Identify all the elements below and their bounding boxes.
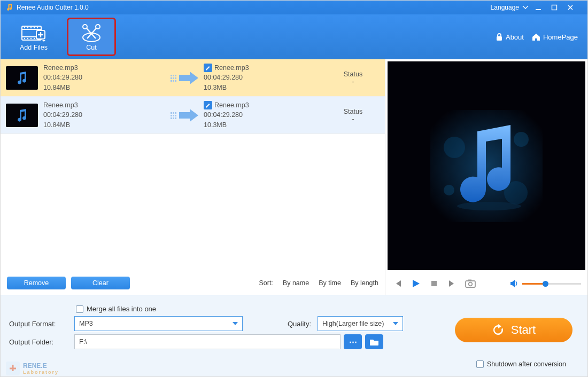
minimize-button[interactable] (535, 4, 551, 11)
arrow-icon (166, 70, 204, 85)
home-icon (531, 33, 541, 41)
svg-rect-25 (173, 77, 174, 79)
out-duration: 00:04:29.280 (204, 110, 327, 120)
file-list: Renee.mp3 00:04:29.280 10.84MB R (1, 59, 385, 271)
out-size: 10.3MB (204, 120, 327, 130)
edit-icon[interactable] (204, 64, 212, 72)
svg-rect-26 (175, 77, 176, 79)
start-button[interactable]: Start (455, 318, 572, 342)
play-button[interactable] (410, 278, 422, 289)
homepage-link[interactable]: HomePage (531, 33, 578, 41)
svg-point-18 (96, 25, 100, 29)
media-controls (385, 272, 587, 295)
maximize-button[interactable] (551, 4, 567, 11)
file-thumb (6, 104, 38, 127)
svg-point-9 (37, 27, 38, 28)
status-label: Status (327, 70, 380, 78)
sort-by-time[interactable]: By time (319, 279, 341, 287)
open-folder-button[interactable] (365, 334, 383, 349)
arrow-icon (166, 108, 204, 123)
svg-rect-37 (171, 117, 172, 119)
edit-icon[interactable] (204, 101, 212, 109)
cut-button[interactable]: Cut (67, 18, 116, 56)
volume-icon[interactable] (509, 279, 519, 288)
prev-button[interactable] (392, 278, 404, 289)
output-format-label: Output Format: (9, 320, 68, 328)
out-duration: 00:04:29.280 (204, 73, 327, 82)
svg-point-50 (469, 282, 473, 286)
svg-point-42 (444, 137, 465, 158)
sort-by-name[interactable]: By name (283, 279, 309, 287)
quality-label: Quality: (288, 320, 311, 328)
quality-select[interactable]: High(Larger file size) (318, 316, 403, 331)
about-link[interactable]: About (495, 33, 524, 41)
remove-button[interactable]: Remove (7, 277, 66, 289)
svg-rect-35 (173, 115, 174, 116)
sort-by-length[interactable]: By length (351, 279, 378, 287)
add-files-button[interactable]: Add Files (9, 18, 58, 56)
clear-button[interactable]: Clear (71, 277, 130, 289)
output-panel: Merge all files into one Output Format: … (1, 295, 587, 377)
file-row[interactable]: Renee.mp3 00:04:29.280 10.84MB R (1, 59, 385, 97)
svg-rect-24 (171, 77, 172, 79)
snapshot-button[interactable] (465, 278, 476, 289)
svg-rect-32 (173, 112, 174, 114)
close-button[interactable] (567, 4, 583, 11)
src-name: Renee.mp3 (43, 63, 166, 73)
toolbar-links: About HomePage (495, 14, 583, 59)
app-title: Renee Audio Cutter 1.0.0 (17, 4, 89, 11)
out-name: Renee.mp3 (214, 100, 249, 110)
brand-watermark: RENE.E Laboratory (6, 362, 59, 375)
volume-slider[interactable] (522, 283, 581, 285)
svg-rect-49 (468, 280, 471, 281)
svg-point-7 (30, 27, 32, 28)
lock-icon (495, 33, 504, 41)
output-folder-label: Output Folder: (9, 338, 68, 346)
svg-rect-0 (536, 9, 541, 10)
svg-point-17 (83, 25, 87, 29)
svg-rect-20 (497, 36, 502, 41)
scissors-icon (80, 22, 103, 44)
music-note-icon (430, 110, 543, 222)
status-label: Status (327, 108, 380, 115)
refresh-icon (492, 324, 505, 336)
film-add-icon (21, 22, 47, 44)
output-format-select[interactable]: MP3 (74, 316, 243, 331)
main-toolbar: Add Files Cut About HomePage (1, 14, 587, 59)
svg-point-10 (24, 38, 25, 39)
svg-rect-33 (175, 112, 176, 114)
svg-point-19 (90, 32, 92, 34)
shutdown-checkbox[interactable]: Shutdown after conversion (476, 360, 566, 368)
merge-checkbox[interactable]: Merge all files into one (76, 305, 156, 313)
title-bar: Renee Audio Cutter 1.0.0 Language (1, 1, 587, 14)
status-value: - (327, 78, 380, 85)
next-button[interactable] (446, 278, 458, 289)
stop-button[interactable] (428, 278, 440, 289)
out-size: 10.3MB (204, 83, 327, 92)
svg-point-11 (27, 38, 28, 39)
svg-point-6 (27, 27, 28, 28)
svg-rect-39 (175, 117, 176, 119)
file-thumb (6, 66, 38, 90)
language-dropdown[interactable]: Language (484, 4, 535, 11)
chevron-down-icon (393, 322, 398, 325)
browse-button[interactable]: ⋯ (344, 334, 362, 349)
svg-rect-23 (175, 75, 176, 76)
app-icon (5, 3, 13, 12)
output-folder-input[interactable] (74, 334, 341, 349)
svg-rect-1 (552, 5, 557, 10)
file-row[interactable]: Renee.mp3 00:04:29.280 10.84MB R (1, 97, 385, 134)
svg-rect-38 (173, 117, 174, 119)
svg-rect-48 (466, 281, 475, 287)
svg-rect-22 (173, 75, 174, 76)
svg-point-43 (514, 132, 529, 147)
src-size: 10.84MB (43, 120, 166, 130)
out-name: Renee.mp3 (214, 63, 249, 73)
list-controls: Remove Clear Sort: By name By time By le… (1, 271, 385, 295)
svg-point-13 (34, 38, 35, 39)
svg-rect-36 (175, 115, 176, 116)
src-name: Renee.mp3 (43, 100, 166, 110)
svg-rect-28 (173, 80, 174, 82)
svg-point-46 (457, 202, 521, 210)
chevron-down-icon (233, 322, 238, 325)
